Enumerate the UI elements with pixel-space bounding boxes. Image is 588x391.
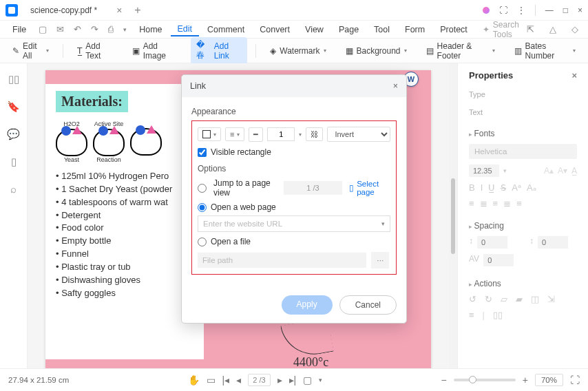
more-actions-icon[interactable]: ▯▯ <box>493 310 503 320</box>
select-tool-icon[interactable]: ▭ <box>207 374 216 385</box>
fullscreen-icon[interactable]: ⛶ <box>499 6 507 15</box>
menu-comment[interactable]: Comment <box>200 23 251 36</box>
crop-icon[interactable]: ◫ <box>531 294 539 304</box>
jump-to-page-radio[interactable]: Jump to a page view 1 /3 ▯Select page <box>198 178 390 198</box>
save-icon[interactable]: ▢ <box>34 23 51 36</box>
minimize-icon[interactable]: — <box>545 6 554 15</box>
menu-convert[interactable]: Convert <box>253 23 297 36</box>
undo-icon[interactable]: ↶ <box>70 23 85 36</box>
select-page-link[interactable]: ▯Select page <box>349 180 390 196</box>
menu-protect[interactable]: Protect <box>433 23 474 36</box>
layers-icon[interactable]: ≡ <box>469 310 474 320</box>
align-v-icon[interactable]: ≡ <box>516 198 522 209</box>
menu-file[interactable]: File <box>6 23 33 36</box>
align-justify-icon[interactable]: ≣ <box>503 198 511 209</box>
mail-icon[interactable]: ✉ <box>52 23 68 36</box>
search-tools[interactable]: ✦ Search Tools <box>483 20 521 39</box>
next-page-icon[interactable]: ▸ <box>277 374 282 385</box>
visible-rectangle-checkbox[interactable]: Visible rectangle <box>198 147 390 157</box>
flip-h-icon[interactable]: ▱ <box>501 294 507 304</box>
menu-view[interactable]: View <box>298 23 330 36</box>
page-indicator[interactable]: 2 /3 <box>248 374 270 386</box>
apply-button[interactable]: Apply <box>282 295 333 315</box>
last-page-icon[interactable]: ▸| <box>289 374 297 385</box>
tab-close-icon[interactable]: × <box>116 5 122 16</box>
comment-icon[interactable]: 💬 <box>7 128 20 140</box>
text-decrease-icon[interactable]: A▾ <box>558 166 567 176</box>
flip-v-icon[interactable]: ▰ <box>516 294 523 304</box>
menu-edit[interactable]: Edit <box>171 23 200 36</box>
new-tab-button[interactable]: + <box>134 4 140 17</box>
open-file-radio[interactable]: Open a file <box>198 237 390 246</box>
align-center-icon[interactable]: ≣ <box>480 198 487 209</box>
rotate-right-icon[interactable]: ↻ <box>485 294 492 304</box>
edit-all-button[interactable]: ✎ Edit All ▾ <box>7 39 54 63</box>
zoom-value[interactable]: 70% <box>535 374 563 386</box>
more-icon[interactable]: ▾ <box>119 25 131 34</box>
add-text-button[interactable]: T̲ Add Text <box>72 39 118 63</box>
text-increase-icon[interactable]: A▴ <box>544 166 554 176</box>
jump-page-input[interactable]: 1 /3 <box>284 181 342 195</box>
background-button[interactable]: ▦ Background ▾ <box>340 43 412 59</box>
thumbnails-icon[interactable]: ▯▯ <box>8 73 19 85</box>
ai-icon[interactable] <box>483 7 490 14</box>
font-size-input[interactable]: 12.35 <box>469 165 499 177</box>
attachment-icon[interactable]: ▯ <box>11 156 17 168</box>
open-web-radio[interactable]: Open a web page <box>198 202 390 212</box>
browse-file-button[interactable]: ··· <box>371 252 389 268</box>
extract-icon[interactable]: ⇲ <box>547 294 555 304</box>
menu-page[interactable]: Page <box>332 23 366 36</box>
fit-page-icon[interactable]: ⛶ <box>570 374 580 385</box>
zoom-slider[interactable] <box>454 379 516 381</box>
menu-form[interactable]: Form <box>398 23 432 36</box>
line-width-input[interactable] <box>267 127 295 141</box>
header-footer-button[interactable]: ▤ Header & Footer ▾ <box>421 39 501 63</box>
cancel-button[interactable]: Cancel <box>339 295 397 315</box>
border-color-select[interactable]: ▾ <box>198 127 221 141</box>
line-spacing-input[interactable]: 0 <box>477 236 507 249</box>
superscript-icon[interactable]: Aᵃ <box>512 182 521 193</box>
add-link-button[interactable]: �春 Add Link <box>191 37 248 64</box>
strike-icon[interactable]: S̶ <box>501 182 506 193</box>
align-left-icon[interactable]: ≡ <box>469 198 474 209</box>
layout-dropdown-icon[interactable]: ▾ <box>319 377 322 383</box>
first-page-icon[interactable]: |◂ <box>222 374 230 385</box>
char-spacing-input[interactable]: 0 <box>483 254 514 266</box>
menu-tool[interactable]: Tool <box>367 23 397 36</box>
file-path-input[interactable]: File path <box>198 253 366 268</box>
font-family-select[interactable]: Helvetica <box>469 144 577 159</box>
maximize-icon[interactable]: □ <box>563 6 568 15</box>
kebab-menu-icon[interactable]: ⋮ <box>517 6 525 15</box>
thickness-select[interactable]: ━ <box>249 127 263 142</box>
vertical-scrollbar[interactable] <box>449 63 457 368</box>
bookmark-icon[interactable]: 🔖 <box>7 101 20 113</box>
print-icon[interactable]: ⎙ <box>104 23 118 36</box>
close-window-icon[interactable]: × <box>578 6 582 15</box>
italic-icon[interactable]: I <box>481 182 483 193</box>
subscript-icon[interactable]: Aₐ <box>527 182 536 193</box>
watermark-button[interactable]: ◈ Watermark ▾ <box>264 43 331 59</box>
share-icon[interactable]: ⇱ <box>523 23 538 36</box>
close-panel-icon[interactable]: × <box>571 70 577 81</box>
para-spacing-input[interactable]: 0 <box>538 236 568 249</box>
underline-icon[interactable]: U̲ <box>488 182 495 193</box>
prev-page-icon[interactable]: ◂ <box>236 374 241 385</box>
link-style-icon[interactable]: ⛓ <box>306 127 323 141</box>
bates-number-button[interactable]: ▥ Bates Number ▾ <box>509 39 581 63</box>
menu-home[interactable]: Home <box>132 23 169 36</box>
hand-tool-icon[interactable]: ✋ <box>188 374 200 385</box>
document-tab[interactable]: science-copy.pdf * × <box>25 3 127 18</box>
cloud-icon[interactable]: △ <box>545 23 560 36</box>
dialog-close-icon[interactable]: × <box>393 81 398 91</box>
rotate-left-icon[interactable]: ↺ <box>469 294 476 304</box>
add-image-button[interactable]: ▣ Add Image <box>127 39 182 63</box>
link-style-select[interactable]: Invert <box>327 127 390 142</box>
url-input[interactable]: Enter the website URL ▾ <box>198 215 390 232</box>
bell-icon[interactable]: ◇ <box>567 23 582 36</box>
zoom-in-icon[interactable]: + <box>523 374 528 385</box>
redo-icon[interactable]: ↷ <box>87 23 103 36</box>
bold-icon[interactable]: B <box>469 182 475 193</box>
font-color-icon[interactable]: A̲ <box>571 166 577 176</box>
zoom-out-icon[interactable]: − <box>441 374 447 385</box>
align-right-icon[interactable]: ≡ <box>493 198 498 209</box>
